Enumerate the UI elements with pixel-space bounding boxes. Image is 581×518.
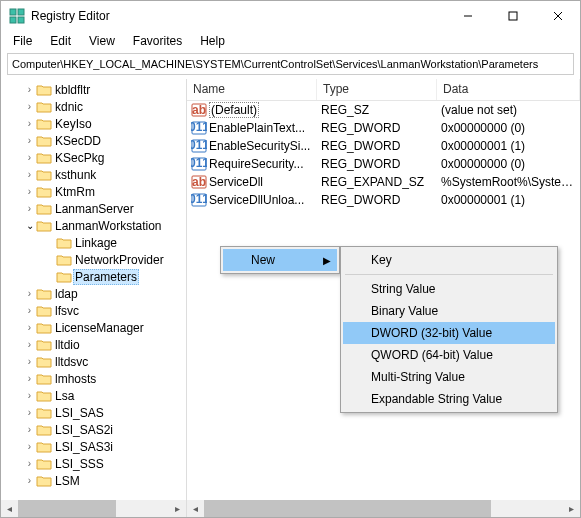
- chevron-right-icon[interactable]: ›: [23, 135, 36, 146]
- value-data: 0x00000000 (0): [437, 121, 580, 135]
- chevron-right-icon[interactable]: ›: [23, 186, 36, 197]
- chevron-right-icon[interactable]: ›: [23, 118, 36, 129]
- tree-item[interactable]: ›kdnic: [3, 98, 186, 115]
- tree-item[interactable]: Parameters: [3, 268, 186, 285]
- chevron-right-icon[interactable]: ›: [23, 305, 36, 316]
- menu-bar: File Edit View Favorites Help: [1, 31, 580, 51]
- chevron-right-icon[interactable]: ›: [23, 339, 36, 350]
- tree-item-label: lmhosts: [53, 372, 98, 386]
- folder-icon: [56, 253, 72, 267]
- minimize-button[interactable]: [445, 1, 490, 31]
- chevron-right-icon[interactable]: ›: [23, 356, 36, 367]
- tree-pane[interactable]: ›kbldfltr›kdnic›KeyIso›KSecDD›KSecPkg›ks…: [1, 79, 187, 517]
- tree-item[interactable]: ›LicenseManager: [3, 319, 186, 336]
- value-row[interactable]: EnableSecuritySi...REG_DWORD0x00000001 (…: [187, 137, 580, 155]
- tree-item-label: kbldfltr: [53, 83, 92, 97]
- tree-item[interactable]: ›LSI_SSS: [3, 455, 186, 472]
- address-bar[interactable]: Computer\HKEY_LOCAL_MACHINE\SYSTEM\Curre…: [7, 53, 574, 75]
- value-row[interactable]: ServiceDllREG_EXPAND_SZ%SystemRoot%\Syst…: [187, 173, 580, 191]
- tree-h-scrollbar[interactable]: ◂ ▸: [1, 500, 186, 517]
- tree-item[interactable]: ›lltdsvc: [3, 353, 186, 370]
- col-name[interactable]: Name: [187, 79, 317, 100]
- ctx-item-new[interactable]: New ▶: [223, 249, 337, 271]
- tree-item[interactable]: Linkage: [3, 234, 186, 251]
- scroll-right-button[interactable]: ▸: [169, 500, 186, 517]
- tree-item[interactable]: ›ldap: [3, 285, 186, 302]
- chevron-right-icon[interactable]: ›: [23, 203, 36, 214]
- tree-item[interactable]: ›LSI_SAS3i: [3, 438, 186, 455]
- scroll-right-button[interactable]: ▸: [563, 500, 580, 517]
- dword-value-icon: [191, 120, 207, 136]
- value-data: 0x00000001 (1): [437, 193, 580, 207]
- chevron-right-icon[interactable]: ›: [23, 424, 36, 435]
- value-row[interactable]: ServiceDllUnloa...REG_DWORD0x00000001 (1…: [187, 191, 580, 209]
- tree-item[interactable]: ›LSM: [3, 472, 186, 489]
- tree-item[interactable]: ›LSI_SAS2i: [3, 421, 186, 438]
- folder-icon: [36, 83, 52, 97]
- tree-item[interactable]: NetworkProvider: [3, 251, 186, 268]
- chevron-down-icon[interactable]: ⌄: [23, 220, 36, 231]
- chevron-right-icon[interactable]: ›: [23, 390, 36, 401]
- list-header: Name Type Data: [187, 79, 580, 101]
- tree-item[interactable]: ›lltdio: [3, 336, 186, 353]
- chevron-right-icon[interactable]: ›: [23, 84, 36, 95]
- registry-editor-window: Registry Editor File Edit View Favorites…: [0, 0, 581, 518]
- tree-item[interactable]: ›lfsvc: [3, 302, 186, 319]
- chevron-right-icon[interactable]: ›: [23, 475, 36, 486]
- tree-item[interactable]: ⌄LanmanWorkstation: [3, 217, 186, 234]
- value-row[interactable]: (Default)REG_SZ(value not set): [187, 101, 580, 119]
- menu-favorites[interactable]: Favorites: [125, 32, 190, 50]
- col-data[interactable]: Data: [437, 79, 580, 100]
- tree-item[interactable]: ›LSI_SAS: [3, 404, 186, 421]
- chevron-right-icon[interactable]: ›: [23, 373, 36, 384]
- folder-icon: [36, 440, 52, 454]
- ctx-item-string[interactable]: String Value: [343, 278, 555, 300]
- col-type[interactable]: Type: [317, 79, 437, 100]
- ctx-item-label: String Value: [371, 282, 435, 296]
- tree-item[interactable]: ›KeyIso: [3, 115, 186, 132]
- ctx-item-binary[interactable]: Binary Value: [343, 300, 555, 322]
- maximize-button[interactable]: [490, 1, 535, 31]
- menu-edit[interactable]: Edit: [42, 32, 79, 50]
- close-button[interactable]: [535, 1, 580, 31]
- tree-item[interactable]: ›kbldfltr: [3, 81, 186, 98]
- value-name: EnableSecuritySi...: [209, 139, 310, 153]
- tree-item-label: LSI_SAS: [53, 406, 106, 420]
- ctx-item-label: DWORD (32-bit) Value: [371, 326, 492, 340]
- chevron-right-icon[interactable]: ›: [23, 101, 36, 112]
- chevron-right-icon[interactable]: ›: [23, 152, 36, 163]
- ctx-item-expand[interactable]: Expandable String Value: [343, 388, 555, 410]
- value-name: ServiceDll: [209, 175, 263, 189]
- menu-help[interactable]: Help: [192, 32, 233, 50]
- chevron-right-icon[interactable]: ›: [23, 169, 36, 180]
- scroll-left-button[interactable]: ◂: [1, 500, 18, 517]
- scroll-left-button[interactable]: ◂: [187, 500, 204, 517]
- tree-item[interactable]: ›LanmanServer: [3, 200, 186, 217]
- ctx-item-dword[interactable]: DWORD (32-bit) Value: [343, 322, 555, 344]
- chevron-right-icon[interactable]: ›: [23, 407, 36, 418]
- regedit-app-icon: [9, 8, 25, 24]
- chevron-right-icon[interactable]: ›: [23, 322, 36, 333]
- ctx-item-multi[interactable]: Multi-String Value: [343, 366, 555, 388]
- menu-file[interactable]: File: [5, 32, 40, 50]
- value-row[interactable]: RequireSecurity...REG_DWORD0x00000000 (0…: [187, 155, 580, 173]
- tree-item[interactable]: ›KtmRm: [3, 183, 186, 200]
- folder-icon: [36, 406, 52, 420]
- chevron-right-icon[interactable]: ›: [23, 441, 36, 452]
- chevron-right-icon[interactable]: ›: [23, 458, 36, 469]
- list-h-scrollbar[interactable]: ◂ ▸: [187, 500, 580, 517]
- folder-icon: [36, 117, 52, 131]
- tree-item[interactable]: ›lmhosts: [3, 370, 186, 387]
- tree-item[interactable]: ›KSecPkg: [3, 149, 186, 166]
- value-data: 0x00000000 (0): [437, 157, 580, 171]
- chevron-right-icon[interactable]: ›: [23, 288, 36, 299]
- tree-item[interactable]: ›ksthunk: [3, 166, 186, 183]
- titlebar[interactable]: Registry Editor: [1, 1, 580, 31]
- menu-view[interactable]: View: [81, 32, 123, 50]
- value-row[interactable]: EnablePlainText...REG_DWORD0x00000000 (0…: [187, 119, 580, 137]
- tree-item[interactable]: ›KSecDD: [3, 132, 186, 149]
- ctx-item-key[interactable]: Key: [343, 249, 555, 271]
- folder-icon: [36, 287, 52, 301]
- ctx-item-qword[interactable]: QWORD (64-bit) Value: [343, 344, 555, 366]
- tree-item[interactable]: ›Lsa: [3, 387, 186, 404]
